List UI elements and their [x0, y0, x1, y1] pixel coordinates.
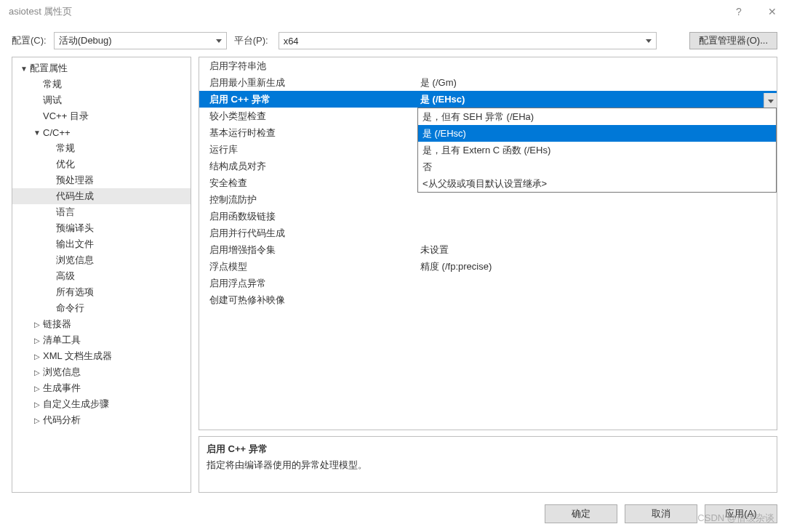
config-combo[interactable]: 活动(Debug) — [54, 32, 227, 49]
ok-button[interactable]: 确定 — [545, 504, 617, 523]
tree-node[interactable]: 常规 — [12, 76, 191, 92]
dropdown-option[interactable]: 是，且有 Extern C 函数 (/EHs) — [418, 142, 776, 158]
tree-toggle-icon[interactable]: ▷ — [33, 368, 41, 376]
dropdown-option[interactable]: <从父级或项目默认设置继承> — [418, 175, 776, 192]
property-row[interactable]: 启用最小重新生成是 (/Gm) — [199, 74, 777, 91]
tree-toggle-icon[interactable]: ▷ — [33, 321, 41, 329]
tree-node[interactable]: ▷XML 文档生成器 — [12, 348, 191, 364]
dropdown-option[interactable]: 是 (/EHsc) — [418, 125, 776, 142]
config-manager-button[interactable]: 配置管理器(O)... — [689, 32, 777, 49]
tree-node-label: C/C++ — [43, 127, 71, 138]
property-row[interactable]: 启用并行代码生成 — [199, 225, 777, 241]
property-name: 启用浮点异常 — [199, 277, 417, 290]
tree-node[interactable]: 输出文件 — [12, 236, 191, 252]
window-controls: ? ✕ — [722, 0, 789, 23]
property-value[interactable]: 是 (/EHsc) — [417, 93, 777, 106]
property-row[interactable]: 创建可热修补映像 — [199, 291, 777, 308]
property-name: 结构成员对齐 — [199, 160, 417, 173]
tree-panel[interactable]: ▼配置属性常规调试VC++ 目录▼C/C++常规优化预处理器代码生成语言预编译头… — [12, 57, 191, 493]
tree-toggle-icon[interactable]: ▼ — [33, 129, 41, 137]
property-row[interactable]: 启用增强指令集未设置 — [199, 241, 777, 258]
tree-node-label: 代码生成 — [56, 190, 94, 203]
config-label: 配置(C): — [12, 34, 47, 47]
help-icon[interactable]: ? — [722, 0, 756, 23]
tree-toggle-icon[interactable]: ▷ — [33, 400, 41, 408]
tree-node-label: 调试 — [43, 94, 62, 107]
property-name: 运行库 — [199, 143, 417, 156]
property-name: 启用 C++ 异常 — [199, 93, 417, 106]
tree-node[interactable]: 预编译头 — [12, 220, 191, 236]
tree-node-label: 生成事件 — [43, 382, 81, 395]
titlebar: asiotest 属性页 ? ✕ — [0, 0, 789, 23]
property-row[interactable]: 控制流防护 — [199, 191, 777, 208]
window-title: asiotest 属性页 — [9, 5, 72, 18]
description-text: 指定将由编译器使用的异常处理模型。 — [207, 459, 769, 472]
tree-node[interactable]: ▼配置属性 — [12, 60, 191, 76]
property-grid[interactable]: 启用字符串池启用最小重新生成是 (/Gm)启用 C++ 异常是 (/EHsc)较… — [199, 57, 777, 430]
tree-node[interactable]: 调试 — [12, 92, 191, 108]
property-value[interactable]: 未设置 — [417, 243, 777, 257]
tree-node[interactable]: ▷代码分析 — [12, 412, 191, 428]
tree-node[interactable]: 代码生成 — [12, 188, 191, 204]
tree-node[interactable]: ▼C/C++ — [12, 124, 191, 140]
apply-button[interactable]: 应用(A) — [705, 504, 777, 523]
description-title: 启用 C++ 异常 — [207, 443, 769, 456]
tree-node[interactable]: ▷生成事件 — [12, 380, 191, 396]
tree-node-label: 常规 — [43, 78, 62, 91]
tree-node[interactable]: 优化 — [12, 156, 191, 172]
tree-node[interactable]: ▷清单工具 — [12, 332, 191, 348]
tree-node-label: 自定义生成步骤 — [43, 398, 109, 411]
tree-node[interactable]: ▷自定义生成步骤 — [12, 396, 191, 412]
property-row[interactable]: 浮点模型精度 (/fp:precise) — [199, 258, 777, 275]
cancel-button[interactable]: 取消 — [625, 504, 697, 523]
tree-toggle-icon[interactable]: ▷ — [33, 384, 41, 392]
property-row[interactable]: 启用 C++ 异常是 (/EHsc) — [199, 91, 777, 108]
tree-node[interactable]: ▷浏览信息 — [12, 364, 191, 380]
dropdown-option[interactable]: 否 — [418, 158, 776, 175]
tree-node[interactable]: 语言 — [12, 204, 191, 220]
tree-node[interactable]: 常规 — [12, 140, 191, 156]
tree-node[interactable]: ▷链接器 — [12, 316, 191, 332]
property-name: 控制流防护 — [199, 193, 417, 206]
value-dropdown[interactable]: 是，但有 SEH 异常 (/EHa)是 (/EHsc)是，且有 Extern C… — [417, 108, 777, 193]
tree-node-label: 清单工具 — [43, 334, 81, 347]
tree-node-label: XML 文档生成器 — [43, 350, 112, 363]
property-value[interactable]: 是 (/Gm) — [417, 76, 777, 89]
tree-node-label: 语言 — [56, 206, 75, 219]
property-name: 启用最小重新生成 — [199, 76, 417, 89]
tree-node[interactable]: 浏览信息 — [12, 252, 191, 268]
tree-node-label: 代码分析 — [43, 414, 81, 427]
tree-node-label: 浏览信息 — [43, 366, 81, 379]
property-name: 较小类型检查 — [199, 110, 417, 123]
tree-node-label: 优化 — [56, 158, 75, 171]
property-name: 创建可热修补映像 — [199, 294, 417, 307]
tree-toggle-icon[interactable]: ▷ — [33, 416, 41, 424]
tree-toggle-icon[interactable]: ▷ — [33, 352, 41, 360]
tree-node-label: 高级 — [56, 270, 75, 283]
dropdown-option[interactable]: 是，但有 SEH 异常 (/EHa) — [418, 108, 776, 125]
tree-node[interactable]: 高级 — [12, 268, 191, 284]
tree-node[interactable]: 命令行 — [12, 300, 191, 316]
tree-node-label: 预编译头 — [56, 222, 94, 235]
tree-toggle-icon[interactable]: ▼ — [20, 65, 28, 73]
tree-toggle-icon[interactable]: ▷ — [33, 336, 41, 344]
tree-node-label: VC++ 目录 — [43, 110, 89, 123]
property-value[interactable]: 精度 (/fp:precise) — [417, 260, 777, 273]
tree-node[interactable]: 所有选项 — [12, 284, 191, 300]
property-name: 浮点模型 — [199, 260, 417, 273]
workarea: ▼配置属性常规调试VC++ 目录▼C/C++常规优化预处理器代码生成语言预编译头… — [0, 57, 789, 493]
property-name: 启用字符串池 — [199, 60, 417, 73]
close-icon[interactable]: ✕ — [756, 0, 789, 23]
tree-node[interactable]: 预处理器 — [12, 172, 191, 188]
property-row[interactable]: 启用浮点异常 — [199, 275, 777, 291]
platform-combo[interactable]: x64 — [279, 32, 657, 49]
tree-node-label: 常规 — [56, 142, 75, 155]
property-row[interactable]: 启用字符串池 — [199, 57, 777, 74]
tree-node-label: 预处理器 — [56, 174, 94, 187]
property-name: 启用增强指令集 — [199, 243, 417, 257]
right-panel: 启用字符串池启用最小重新生成是 (/Gm)启用 C++ 异常是 (/EHsc)较… — [199, 57, 777, 493]
property-name: 基本运行时检查 — [199, 126, 417, 140]
tree-node-label: 配置属性 — [30, 62, 68, 75]
tree-node[interactable]: VC++ 目录 — [12, 108, 191, 124]
property-row[interactable]: 启用函数级链接 — [199, 208, 777, 225]
